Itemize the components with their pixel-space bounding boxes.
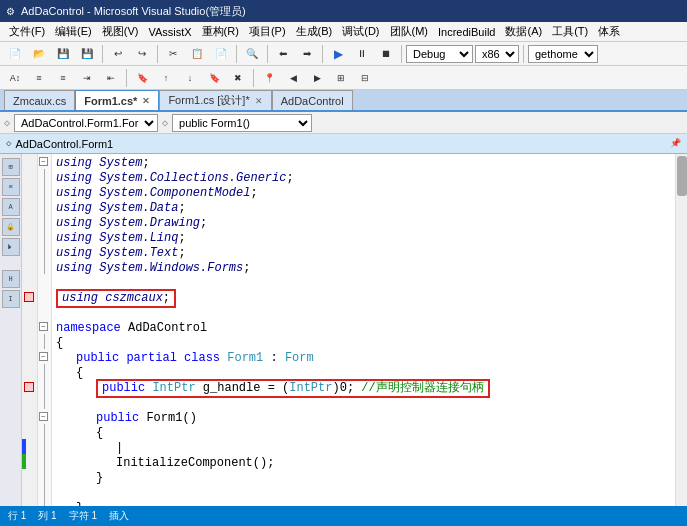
menu-arch[interactable]: 体系 (593, 22, 625, 41)
menu-vassistx[interactable]: VAssistX (143, 24, 196, 40)
sidebar-icon-2[interactable]: ≡ (2, 178, 20, 196)
fold-18[interactable]: − (38, 409, 51, 424)
sidebar-icon-1[interactable]: ⊞ (2, 158, 20, 176)
status-col: 列 1 (38, 509, 56, 523)
mg-18 (22, 409, 37, 424)
tb-back[interactable]: ⬅ (272, 44, 294, 64)
fold-19 (38, 424, 51, 439)
tb2-10[interactable]: ✖ (227, 68, 249, 88)
tb-redo[interactable]: ↪ (131, 44, 153, 64)
sidebar-icon-7[interactable]: I (2, 290, 20, 308)
tb2-13[interactable]: ▶ (306, 68, 328, 88)
fold-13 (38, 334, 51, 349)
fold-icon-12[interactable]: − (39, 322, 48, 331)
fold-1[interactable]: − (38, 154, 51, 169)
tb2-3[interactable]: ≡ (52, 68, 74, 88)
tb2-8[interactable]: ↓ (179, 68, 201, 88)
mg-10 (22, 289, 37, 304)
tb2-4[interactable]: ⇥ (76, 68, 98, 88)
fold-icon-1[interactable]: − (39, 157, 48, 166)
tb-copy[interactable]: 📋 (186, 44, 208, 64)
tb-new[interactable]: 📄 (4, 44, 26, 64)
menu-file[interactable]: 文件(F) (4, 22, 50, 41)
menu-tools[interactable]: 工具(T) (547, 22, 593, 41)
tb-start[interactable]: ▶ (327, 44, 349, 64)
mg-12 (22, 319, 37, 334)
sep2 (157, 45, 158, 63)
menu-debug[interactable]: 调试(D) (337, 22, 384, 41)
tab-zmcaux[interactable]: Zmcaux.cs (4, 90, 75, 110)
sidebar-icon-5[interactable]: ⏵ (2, 238, 20, 256)
tb-stop[interactable]: ⏹ (375, 44, 397, 64)
tb2-12[interactable]: ◀ (282, 68, 304, 88)
fold-15 (38, 364, 51, 379)
status-ins: 插入 (109, 509, 129, 523)
menu-view[interactable]: 视图(V) (97, 22, 144, 41)
menu-refactor[interactable]: 重构(R) (197, 22, 244, 41)
tab-form1cs-close[interactable]: ✕ (142, 96, 150, 106)
menu-data[interactable]: 数据(A) (500, 22, 547, 41)
menu-edit[interactable]: 编辑(E) (50, 22, 97, 41)
debug-mode-dropdown[interactable]: Debug Release (406, 45, 473, 63)
mg-15 (22, 364, 37, 379)
tb2-1[interactable]: A↕ (4, 68, 26, 88)
tb2-15[interactable]: ⊟ (354, 68, 376, 88)
tab-form1-design-close[interactable]: ✕ (255, 96, 263, 106)
menu-project[interactable]: 项目(P) (244, 22, 291, 41)
tb-paste[interactable]: 📄 (210, 44, 232, 64)
scrollbar-vertical[interactable] (675, 154, 687, 526)
fold-14[interactable]: − (38, 349, 51, 364)
sidebar-icon-6[interactable]: H (2, 270, 20, 288)
platform-dropdown[interactable]: x86 x64 (475, 45, 519, 63)
tb2-7[interactable]: ↑ (155, 68, 177, 88)
green-bar (22, 454, 26, 469)
tb-undo[interactable]: ↩ (107, 44, 129, 64)
kw-using-1: using (56, 156, 92, 171)
breadcrumb-text: AdDaControl.Form1 (15, 138, 113, 150)
tab-form1-design[interactable]: Form1.cs [设计]* ✕ (159, 90, 271, 110)
mg-11 (22, 304, 37, 319)
tb-fwd[interactable]: ➡ (296, 44, 318, 64)
mg-4 (22, 199, 37, 214)
class-dropdown[interactable]: AdDaControl.Form1.For (14, 114, 158, 132)
mg-23 (22, 484, 37, 499)
code-container: − − − − (22, 154, 687, 526)
sidebar-icon-4[interactable]: 🔒 (2, 218, 20, 236)
tb-pause[interactable]: ⏸ (351, 44, 373, 64)
tb2-5[interactable]: ⇤ (100, 68, 122, 88)
toolbar-2: A↕ ≡ ≡ ⇥ ⇤ 🔖 ↑ ↓ 🔖 ✖ 📍 ◀ ▶ ⊞ ⊟ (0, 66, 687, 90)
fold-icon-18[interactable]: − (39, 412, 48, 421)
tb-open[interactable]: 📂 (28, 44, 50, 64)
tb2-14[interactable]: ⊞ (330, 68, 352, 88)
scrollbar-thumb[interactable] (677, 156, 687, 196)
fold-4 (38, 199, 51, 214)
tb2-11[interactable]: 📍 (258, 68, 280, 88)
tb-find[interactable]: 🔍 (241, 44, 263, 64)
tb2-6[interactable]: 🔖 (131, 68, 153, 88)
menu-team[interactable]: 团队(M) (385, 22, 434, 41)
fold-12[interactable]: − (38, 319, 51, 334)
tb-save-all[interactable]: 💾 (76, 44, 98, 64)
tb2-2[interactable]: ≡ (28, 68, 50, 88)
code-editor[interactable]: using System; using System.Collections.G… (52, 154, 675, 526)
fold-11 (38, 304, 51, 319)
breadcrumb-pin[interactable]: 📌 (670, 138, 681, 149)
tb2-9[interactable]: 🔖 (203, 68, 225, 88)
tb-cut[interactable]: ✂ (162, 44, 184, 64)
mg-3 (22, 184, 37, 199)
tab-addacontrol[interactable]: AdDaControl (272, 90, 353, 110)
fold-21 (38, 454, 51, 469)
highlighted-ptr-line: public IntPtr g_handle = (IntPtr)0; //声明… (96, 379, 490, 398)
tb-save[interactable]: 💾 (52, 44, 74, 64)
gutter-margin (22, 154, 38, 526)
mg-17 (22, 394, 37, 409)
code-line-2: using System.Collections.Generic; (56, 171, 671, 186)
fold-22 (38, 469, 51, 484)
menu-incredibuild[interactable]: IncrediBuild (433, 24, 500, 40)
tab-form1cs[interactable]: Form1.cs* ✕ (75, 90, 159, 110)
member-dropdown[interactable]: public Form1() (172, 114, 312, 132)
profile-dropdown[interactable]: gethome (528, 45, 598, 63)
sidebar-icon-3[interactable]: A (2, 198, 20, 216)
fold-icon-14[interactable]: − (39, 352, 48, 361)
menu-build[interactable]: 生成(B) (291, 22, 338, 41)
